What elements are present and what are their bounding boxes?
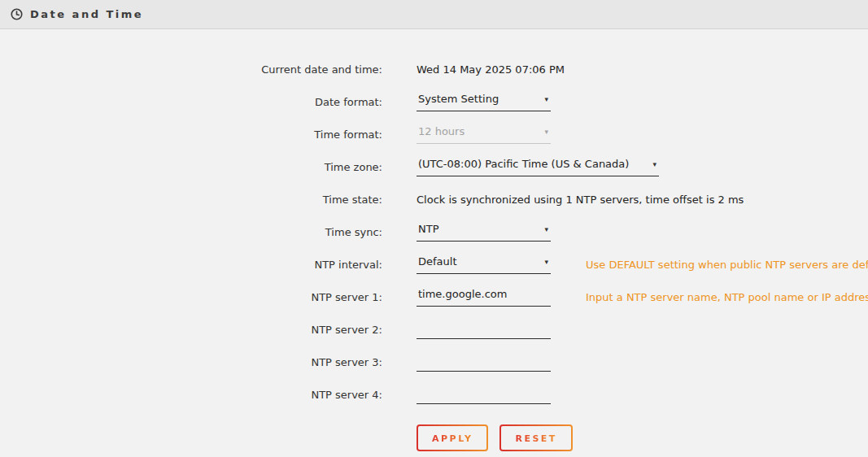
chevron-down-icon: ▾ (544, 257, 548, 268)
ntp-server-3-row: NTP server 3: (0, 346, 868, 378)
ntp-server-1-label: NTP server 1: (0, 291, 382, 303)
time-state-label: Time state: (0, 194, 382, 206)
current-date-time-row: Current date and time: Wed 14 May 2025 0… (0, 53, 868, 85)
ntp-server-1-row: NTP server 1: Input a NTP server name, N… (0, 281, 868, 313)
ntp-server-4-label: NTP server 4: (0, 389, 382, 401)
time-format-row: Time format: 12 hours ▾ (0, 118, 868, 150)
ntp-interval-hint: Use DEFAULT setting when public NTP serv… (586, 259, 868, 271)
time-format-select: 12 hours ▾ (417, 125, 551, 144)
ntp-interval-row: NTP interval: Default ▾ Use DEFAULT sett… (0, 248, 868, 281)
chevron-down-icon: ▾ (544, 224, 548, 235)
time-state-value: Clock is synchronized using 1 NTP server… (417, 194, 744, 206)
ntp-server-2-input[interactable] (417, 320, 551, 339)
page-title: Date and Time (30, 8, 143, 20)
current-date-time-value: Wed 14 May 2025 07:06 PM (417, 63, 565, 76)
form-actions: APPLY RESET (417, 424, 868, 451)
chevron-down-icon: ▾ (544, 94, 548, 105)
reset-button[interactable]: RESET (499, 424, 572, 451)
apply-button-label: APPLY (432, 433, 473, 444)
clock-icon (11, 8, 23, 20)
date-format-label: Date format: (0, 96, 382, 108)
ntp-interval-select[interactable]: Default ▾ (417, 255, 551, 274)
time-sync-select[interactable]: NTP ▾ (417, 223, 551, 242)
apply-button[interactable]: APPLY (417, 424, 488, 451)
date-format-select[interactable]: System Setting ▾ (417, 93, 551, 111)
time-format-label: Time format: (0, 128, 382, 141)
time-zone-select[interactable]: (UTC-08:00) Pacific Time (US & Canada) ▾ (417, 158, 659, 176)
time-sync-label: Time sync: (0, 226, 382, 238)
time-sync-row: Time sync: NTP ▾ (0, 215, 868, 248)
ntp-server-4-row: NTP server 4: (0, 378, 868, 411)
ntp-server-4-input[interactable] (417, 385, 551, 404)
date-time-form: Current date and time: Wed 14 May 2025 0… (0, 29, 868, 451)
time-format-value: 12 hours (418, 125, 465, 137)
chevron-down-icon: ▾ (652, 159, 656, 170)
date-format-value: System Setting (418, 93, 499, 105)
reset-button-label: RESET (515, 433, 556, 444)
current-date-time-label: Current date and time: (0, 63, 382, 76)
ntp-server-2-row: NTP server 2: (0, 313, 868, 346)
ntp-server-1-input[interactable] (417, 288, 551, 307)
ntp-server-3-label: NTP server 3: (0, 356, 382, 368)
time-zone-label: Time zone: (0, 161, 382, 173)
chevron-down-icon: ▾ (544, 127, 548, 137)
page-header: Date and Time (0, 0, 868, 29)
ntp-interval-label: NTP interval: (0, 259, 382, 271)
time-zone-value: (UTC-08:00) Pacific Time (US & Canada) (418, 158, 629, 170)
ntp-server-3-input[interactable] (417, 353, 551, 372)
time-sync-value: NTP (418, 223, 439, 235)
time-state-row: Time state: Clock is synchronized using … (0, 183, 868, 215)
date-format-row: Date format: System Setting ▾ (0, 85, 868, 118)
time-zone-row: Time zone: (UTC-08:00) Pacific Time (US … (0, 150, 868, 183)
ntp-interval-value: Default (418, 255, 457, 268)
ntp-server-2-label: NTP server 2: (0, 324, 382, 336)
ntp-server-1-hint: Input a NTP server name, NTP pool name o… (586, 291, 868, 303)
